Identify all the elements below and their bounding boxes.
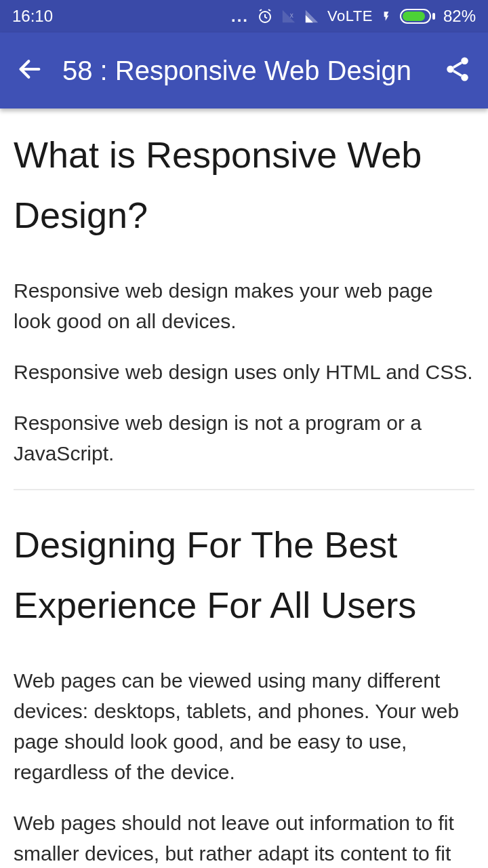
paragraph: Responsive web design is not a program o… — [14, 408, 474, 469]
svg-point-4 — [447, 66, 454, 73]
signal-2-icon — [304, 9, 319, 24]
page-title: 58 : Responsive Web Design — [62, 56, 430, 86]
svg-point-3 — [461, 58, 468, 65]
charging-icon — [381, 9, 392, 24]
paragraph: Responsive web design uses only HTML and… — [14, 357, 474, 387]
status-bar: 16:10 ... x VoLTE — [0, 0, 488, 33]
battery-icon — [400, 9, 435, 24]
app-bar: 58 : Responsive Web Design — [0, 33, 488, 108]
back-button[interactable] — [16, 56, 43, 85]
heading-2: Designing For The Best Experience For Al… — [14, 515, 474, 635]
svg-text:x: x — [290, 12, 293, 19]
battery-percent: 82% — [443, 7, 476, 26]
svg-point-5 — [461, 74, 468, 81]
alarm-icon — [257, 8, 273, 24]
status-right: ... x VoLTE 82% — [231, 7, 476, 26]
status-time: 16:10 — [12, 7, 53, 26]
more-dots-icon: ... — [231, 7, 249, 26]
paragraph: Web pages should not leave out informati… — [14, 808, 474, 868]
share-button[interactable] — [443, 55, 472, 86]
volte-label: VoLTE — [327, 7, 373, 25]
paragraph: Web pages can be viewed using many diffe… — [14, 665, 474, 787]
signal-1-icon: x — [281, 9, 296, 24]
article-content: What is Responsive Web Design? Responsiv… — [0, 108, 488, 868]
paragraph: Responsive web design makes your web pag… — [14, 275, 474, 336]
heading-1: What is Responsive Web Design? — [14, 125, 474, 245]
divider — [14, 489, 474, 490]
